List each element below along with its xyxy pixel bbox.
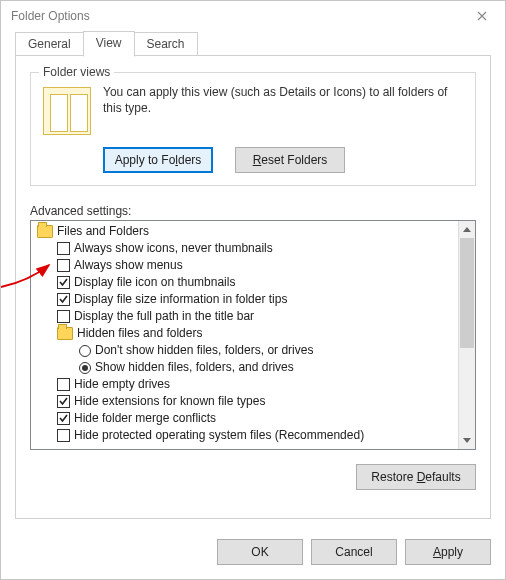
tree-root: Files and Folders [35,223,456,240]
tree-item[interactable]: Hide empty drives [35,376,456,393]
tree-item-label: Display file size information in folder … [74,291,287,308]
chevron-down-icon [463,438,471,443]
restore-defaults-button[interactable]: Restore Defaults [356,464,476,490]
content-area: General View Search Folder views You can… [1,31,505,529]
radio[interactable] [79,362,91,374]
tree-item-label: Show hidden files, folders, and drives [95,359,294,376]
apply-to-folders-button[interactable]: Apply to Folders [103,147,213,173]
folder-icon [57,327,73,340]
tab-strip: General View Search [15,32,491,56]
tree-item[interactable]: Don't show hidden files, folders, or dri… [35,342,456,359]
tree-item[interactable]: Always show icons, never thumbnails [35,240,456,257]
checkbox[interactable] [57,242,70,255]
advanced-settings-tree[interactable]: Files and Folders Always show icons, nev… [30,220,476,450]
tree-item[interactable]: Hide protected operating system files (R… [35,427,456,444]
tree-content: Files and Folders Always show icons, nev… [31,221,458,449]
chevron-up-icon [463,227,471,232]
folder-views-text: You can apply this view (such as Details… [103,85,463,116]
tree-subfolder[interactable]: Hidden files and folders [35,325,456,342]
radio[interactable] [79,345,91,357]
checkbox[interactable] [57,276,70,289]
scrollbar[interactable] [458,221,475,449]
scroll-down-button[interactable] [459,432,475,449]
tree-item-label: Display the full path in the title bar [74,308,254,325]
advanced-settings-label: Advanced settings: [30,204,476,218]
checkbox[interactable] [57,429,70,442]
tree-item[interactable]: Show hidden files, folders, and drives [35,359,456,376]
tree-item[interactable]: Hide folder merge conflicts [35,410,456,427]
folder-views-group: Folder views You can apply this view (su… [30,72,476,186]
folder-views-legend: Folder views [39,65,114,79]
tree-item[interactable]: Always show menus [35,257,456,274]
cancel-button[interactable]: Cancel [311,539,397,565]
folder-views-icon [43,87,91,135]
tree-item-label: Hide extensions for known file types [74,393,265,410]
window-title: Folder Options [11,9,459,23]
tree-item-label: Hide protected operating system files (R… [74,427,364,444]
close-icon [477,11,487,21]
close-button[interactable] [459,1,505,31]
tree-item-label: Hidden files and folders [77,325,202,342]
reset-folders-button[interactable]: Reset Folders [235,147,345,173]
dialog-footer: OK Cancel Apply [1,529,505,579]
tab-view[interactable]: View [83,31,135,57]
checkbox[interactable] [57,259,70,272]
tree-item-label: Always show icons, never thumbnails [74,240,273,257]
checkbox[interactable] [57,293,70,306]
scroll-track[interactable] [459,238,475,432]
checkbox[interactable] [57,412,70,425]
checkbox[interactable] [57,378,70,391]
tree-item-label: Hide empty drives [74,376,170,393]
tab-general[interactable]: General [15,32,84,56]
scroll-thumb[interactable] [460,238,474,348]
ok-button[interactable]: OK [217,539,303,565]
tree-item[interactable]: Hide extensions for known file types [35,393,456,410]
titlebar: Folder Options [1,1,505,31]
tree-item[interactable]: Display the full path in the title bar [35,308,456,325]
tree-item-label: Don't show hidden files, folders, or dri… [95,342,313,359]
checkbox[interactable] [57,310,70,323]
checkbox[interactable] [57,395,70,408]
folder-icon [37,225,53,238]
tree-item[interactable]: Display file size information in folder … [35,291,456,308]
apply-button[interactable]: Apply [405,539,491,565]
tree-item[interactable]: Display file icon on thumbnails [35,274,456,291]
tree-item-label: Hide folder merge conflicts [74,410,216,427]
tree-item-label: Always show menus [74,257,183,274]
view-panel: Folder views You can apply this view (su… [15,55,491,519]
folder-options-window: Folder Options General View Search Folde… [0,0,506,580]
tab-search[interactable]: Search [134,32,198,56]
tree-item-label: Display file icon on thumbnails [74,274,235,291]
tree-root-label: Files and Folders [57,223,149,240]
scroll-up-button[interactable] [459,221,475,238]
